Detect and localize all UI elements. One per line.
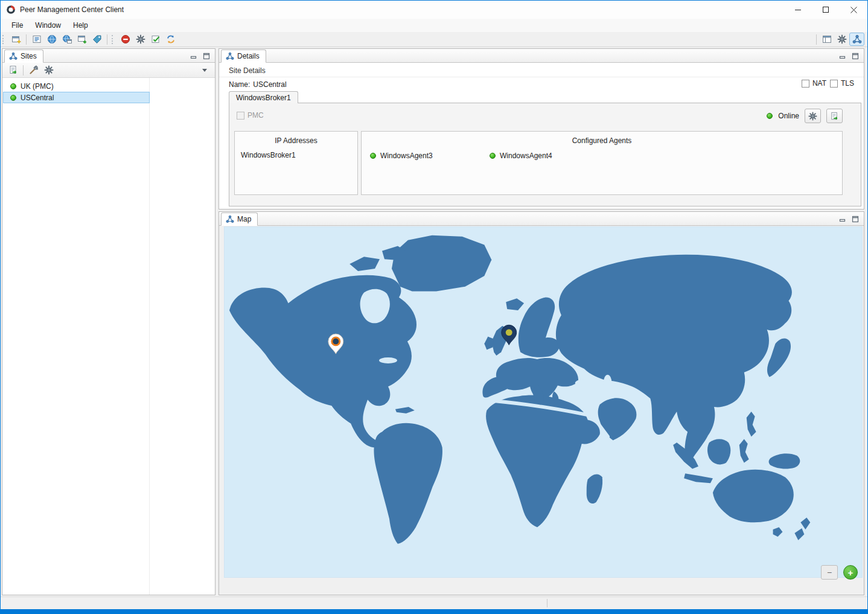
map-body: − + bbox=[219, 226, 864, 595]
menu-window[interactable]: Window bbox=[29, 19, 67, 32]
pmc-checkbox-row: PMC bbox=[237, 111, 264, 120]
minimize-icon bbox=[795, 7, 801, 13]
world-map[interactable]: − + bbox=[224, 226, 863, 578]
tab-windowsbroker1[interactable]: WindowsBroker1 bbox=[229, 91, 298, 103]
view-menu-chevron-icon[interactable] bbox=[202, 69, 207, 74]
minimize-panel-button[interactable] bbox=[838, 216, 847, 223]
tls-checkbox[interactable] bbox=[830, 80, 838, 88]
edit-broker-button[interactable] bbox=[805, 109, 821, 123]
gear-icon bbox=[808, 112, 817, 121]
menu-help[interactable]: Help bbox=[67, 19, 94, 32]
panel-maximize-icon bbox=[852, 53, 859, 60]
site-list-button[interactable] bbox=[29, 33, 44, 46]
new-window-icon bbox=[77, 34, 87, 44]
main-toolbar bbox=[1, 32, 867, 47]
tree-column-divider bbox=[149, 78, 150, 595]
site-row-uk[interactable]: UK (PMC) bbox=[3, 80, 150, 92]
broker-status-bar: Online bbox=[767, 109, 843, 123]
agent-item: WindowsAgent4 bbox=[490, 152, 552, 160]
preferences-button[interactable] bbox=[133, 33, 148, 46]
ip-addresses-group: IP Addresses WindowsBroker1 bbox=[234, 131, 358, 195]
online-status-dot bbox=[10, 95, 16, 101]
tab-map[interactable]: Map bbox=[221, 213, 258, 226]
world-map-canvas bbox=[225, 227, 862, 577]
app-window: Peer Management Center Client File Windo… bbox=[0, 0, 868, 614]
gear-icon bbox=[44, 65, 54, 75]
map-panel-buttons bbox=[838, 216, 864, 225]
site-label: USCentral bbox=[21, 94, 54, 102]
panel-minimize-icon bbox=[839, 216, 846, 223]
network-icon bbox=[9, 52, 18, 60]
sites-tree[interactable]: UK (PMC) USCentral bbox=[2, 78, 215, 595]
stop-icon bbox=[121, 34, 130, 44]
pmc-checkbox[interactable] bbox=[237, 112, 244, 120]
site-row-uscentral[interactable]: USCentral bbox=[3, 92, 150, 103]
close-icon bbox=[850, 7, 857, 13]
globe-window-icon bbox=[62, 34, 72, 44]
app-logo-icon bbox=[6, 5, 16, 14]
open-window-button[interactable] bbox=[74, 33, 89, 46]
zoom-out-button[interactable]: − bbox=[821, 565, 838, 580]
minimize-panel-button[interactable] bbox=[190, 53, 198, 60]
error-log-button[interactable] bbox=[118, 33, 133, 46]
web-console-button[interactable] bbox=[59, 33, 74, 46]
minimize-panel-button[interactable] bbox=[838, 53, 847, 60]
agent-label: WindowsAgent3 bbox=[380, 152, 433, 160]
tools-button[interactable] bbox=[26, 63, 41, 77]
tab-sites[interactable]: Sites bbox=[4, 50, 43, 63]
name-label: Name: bbox=[229, 80, 250, 89]
site-details-form: Site Details Name: USCentral NAT TLS Win… bbox=[219, 63, 864, 209]
agent-label: WindowsAgent4 bbox=[500, 152, 552, 160]
export-broker-button[interactable] bbox=[826, 109, 843, 123]
tab-map-label: Map bbox=[237, 215, 251, 223]
close-button[interactable] bbox=[840, 1, 867, 19]
maximize-icon bbox=[823, 7, 829, 13]
web-client-button[interactable] bbox=[44, 33, 59, 46]
toolbar-drag-handle bbox=[2, 35, 6, 44]
export-icon bbox=[8, 65, 18, 75]
settings-button[interactable] bbox=[41, 63, 56, 77]
tag-icon bbox=[92, 34, 102, 44]
tags-button[interactable] bbox=[89, 33, 104, 46]
open-perspective-button[interactable] bbox=[819, 33, 834, 46]
broker-detail-box: PMC Online IP Addresses WindowsBroker1 C… bbox=[229, 103, 861, 206]
perspective-settings-button[interactable] bbox=[834, 33, 849, 46]
sites-panel-header: Sites bbox=[2, 49, 215, 63]
online-status-dot bbox=[767, 113, 773, 119]
menu-bar: File Window Help bbox=[1, 19, 867, 32]
maximize-panel-button[interactable] bbox=[851, 53, 860, 60]
tls-label: TLS bbox=[841, 79, 854, 88]
refresh-button[interactable] bbox=[163, 33, 178, 46]
maximize-panel-button[interactable] bbox=[851, 216, 860, 223]
agent-item: WindowsAgent3 bbox=[370, 152, 433, 160]
tab-details-label: Details bbox=[237, 52, 260, 60]
network-icon bbox=[852, 34, 862, 44]
minimize-button[interactable] bbox=[784, 1, 812, 19]
main-area: Sites UK (PMC) bbox=[1, 47, 867, 597]
panel-minimize-icon bbox=[190, 53, 197, 60]
network-perspective-button[interactable] bbox=[849, 33, 864, 46]
nat-checkbox[interactable] bbox=[802, 80, 809, 88]
toolbar-separator bbox=[23, 65, 24, 75]
name-value: USCentral bbox=[253, 80, 286, 89]
window-title: Peer Management Center Client bbox=[20, 5, 124, 14]
toolbar-drag-handle bbox=[112, 35, 115, 44]
toolbar-separator bbox=[816, 34, 817, 45]
maximize-button[interactable] bbox=[812, 1, 840, 19]
tab-details[interactable]: Details bbox=[221, 50, 266, 63]
window-accent-border bbox=[1, 609, 867, 613]
site-label: UK (PMC) bbox=[21, 82, 54, 91]
maximize-panel-button[interactable] bbox=[202, 53, 211, 60]
sites-panel: Sites UK (PMC) bbox=[2, 48, 215, 595]
online-status-dot bbox=[10, 83, 16, 89]
menu-file[interactable]: File bbox=[5, 19, 29, 32]
section-divider bbox=[219, 77, 864, 77]
export-site-button[interactable] bbox=[5, 63, 21, 77]
panel-minimize-icon bbox=[839, 53, 846, 60]
zoom-in-button[interactable]: + bbox=[843, 565, 858, 580]
status-bar-divider bbox=[547, 599, 547, 607]
new-site-icon bbox=[11, 34, 21, 44]
gear-icon bbox=[136, 34, 145, 44]
scheduled-tasks-button[interactable] bbox=[148, 33, 163, 46]
new-site-button[interactable] bbox=[8, 33, 24, 46]
